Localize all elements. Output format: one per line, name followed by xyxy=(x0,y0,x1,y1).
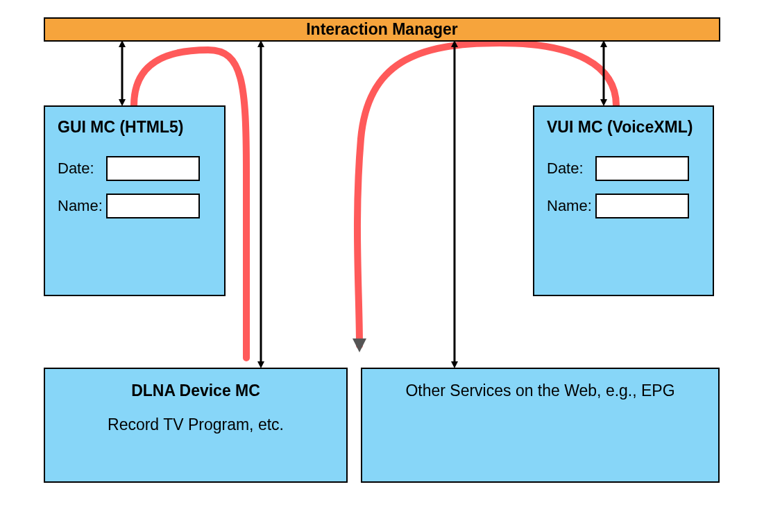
other-services-box: Other Services on the Web, e.g., EPG xyxy=(361,368,720,483)
gui-name-input[interactable] xyxy=(106,194,200,218)
vui-name-row: Name: xyxy=(547,194,700,218)
gui-name-label: Name: xyxy=(58,197,106,215)
dlna-subtitle: Record TV Program, etc. xyxy=(60,415,331,434)
dlna-box: DLNA Device MC Record TV Program, etc. xyxy=(44,368,348,483)
vui-mc-title: VUI MC (VoiceXML) xyxy=(547,118,700,137)
vui-name-input[interactable] xyxy=(595,194,689,218)
vui-date-label: Date: xyxy=(547,160,595,178)
gui-mc-box: GUI MC (HTML5) Date: Name: xyxy=(44,105,226,296)
gui-date-row: Date: xyxy=(58,156,212,181)
interaction-manager-box: Interaction Manager xyxy=(44,17,720,42)
vui-name-label: Name: xyxy=(547,197,595,215)
gui-name-row: Name: xyxy=(58,194,212,218)
vui-date-input[interactable] xyxy=(595,156,689,181)
gui-date-input[interactable] xyxy=(106,156,200,181)
interaction-manager-title: Interaction Manager xyxy=(306,20,458,39)
dlna-title: DLNA Device MC xyxy=(60,381,331,400)
gui-mc-title: GUI MC (HTML5) xyxy=(58,118,212,137)
vui-mc-box: VUI MC (VoiceXML) Date: Name: xyxy=(533,105,714,296)
other-services-title: Other Services on the Web, e.g., EPG xyxy=(405,381,674,469)
vui-date-row: Date: xyxy=(547,156,700,181)
gui-date-label: Date: xyxy=(58,160,106,178)
